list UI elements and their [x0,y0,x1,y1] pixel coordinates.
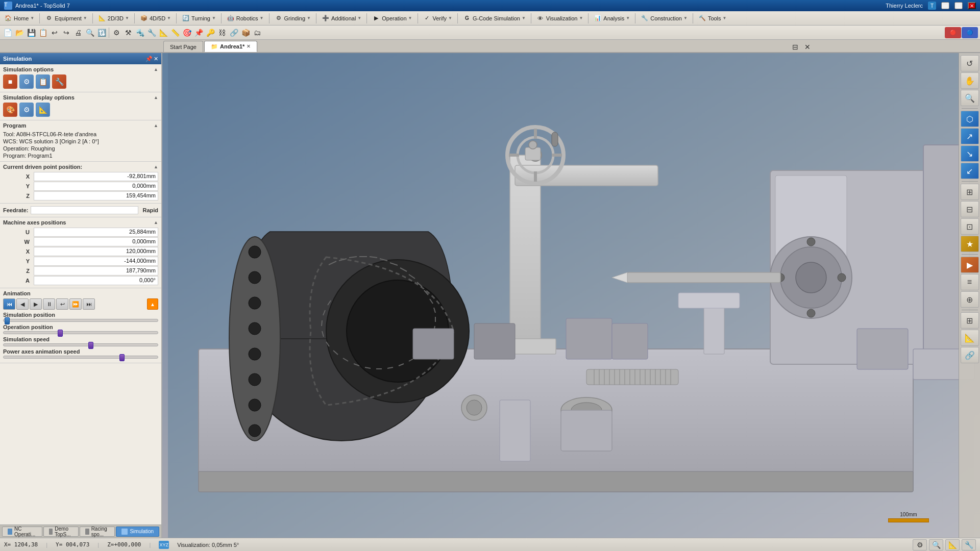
toolbar-btn-12[interactable]: 📦 [240,27,251,38]
toolbar-btn-2[interactable]: ⚒ [122,27,134,38]
anim-loop-button[interactable]: ↩ [56,298,68,310]
panel-close-button[interactable]: ✕ [154,56,158,62]
vp-btn-2[interactable]: ✋ [961,72,979,89]
vp-btn-7[interactable]: ↙ [961,163,979,179]
toolbar-btn-5[interactable]: 📐 [158,27,169,38]
anim-end-button[interactable]: ⏭ [83,298,95,310]
toolbar-btn-13[interactable]: 🗂 [252,27,263,38]
refresh-button[interactable]: 🔃 [96,27,107,38]
power-axes-speed-thumb[interactable] [119,354,125,361]
toolbar-btn-4[interactable]: 🔧 [146,27,157,38]
simulation-position-thumb[interactable] [5,317,10,324]
vp-btn-8[interactable]: ⊞ [961,184,979,200]
undo-button[interactable]: ↩ [49,27,60,38]
tab-close-icon[interactable]: ✕ [247,44,251,49]
anim-flag-button[interactable]: ▲ [147,298,158,310]
menu-robotics[interactable]: 🤖 Robotics ▼ [224,12,267,24]
menu-additional[interactable]: ➕ Additional ▼ [318,12,364,24]
open-button[interactable]: 📂 [14,27,25,38]
menu-2d3d[interactable]: 📐 2D/3D ▼ [95,12,132,24]
menu-tools[interactable]: 🔨 Tools ▼ [695,12,730,24]
menu-verify[interactable]: ✓ Verify ▼ [420,12,455,24]
vp-btn-5[interactable]: ↗ [961,128,979,144]
menu-gcode[interactable]: G G-Code Simulation ▼ [460,12,529,24]
vp-btn-11[interactable]: ★ [961,236,979,252]
anim-rewind-button[interactable]: ⏮ [3,298,15,310]
properties-button[interactable]: 🔍 [84,27,95,38]
display-icon-2[interactable]: ⚙ [19,103,34,117]
menu-analysis[interactable]: 📊 Analysis ▼ [591,12,633,24]
simulation-speed-track[interactable] [3,343,158,346]
vp-btn-10[interactable]: ⊡ [961,218,979,235]
operation-position-track[interactable] [3,331,158,334]
menu-operation[interactable]: ▶ Operation ▼ [369,12,415,24]
tab-simulation[interactable]: Simulation [116,527,159,537]
minimize-button[interactable]: ─ [941,2,949,9]
sim-icon-1[interactable]: ⚙ [19,74,34,89]
special-btn-2[interactable]: 🔵 [962,27,978,38]
tab-demo-tops[interactable]: Demo TopS... [43,527,79,537]
close-button[interactable]: ✕ [968,2,976,9]
vp-btn-3[interactable]: 🔍 [961,90,979,106]
anim-pause-button[interactable]: ⏸ [43,298,55,310]
anim-play-button[interactable]: ▶ [30,298,42,310]
vp-btn-6[interactable]: ↘ [961,145,979,162]
new-button[interactable]: 📄 [2,27,13,38]
operation-position-thumb[interactable] [58,330,63,337]
collapse-display-button[interactable]: ▲ [154,95,158,100]
menu-turning[interactable]: 🔄 Turning ▼ [179,12,219,24]
menu-4d5d[interactable]: 📦 4D/5D ▼ [137,12,174,24]
redo-button[interactable]: ↪ [61,27,72,38]
vp-btn-12[interactable]: ▶ [961,257,979,273]
menu-visualization[interactable]: 👁 Visualization ▼ [533,12,586,24]
maximize-button[interactable]: □ [954,2,963,9]
anim-stepback-button[interactable]: ◀ [16,298,29,310]
power-axes-speed-track[interactable] [3,356,158,359]
special-btn-1[interactable]: 🔴 [945,27,961,38]
menu-home[interactable]: 🏠 Home ▼ [1,12,37,24]
save-button[interactable]: 💾 [26,27,37,38]
statusbar-btn-4[interactable]: 🔧 [962,539,976,550]
menu-grinding[interactable]: ⚙ Grinding ▼ [272,12,314,24]
toolbar-btn-3[interactable]: 🔩 [134,27,145,38]
statusbar-btn-3[interactable]: 📐 [945,539,960,550]
toolbar-btn-10[interactable]: ⛓ [216,27,228,38]
menu-equipment[interactable]: ⚙ Equipment ▼ [42,12,90,24]
panel-pin-button[interactable]: 📌 [145,56,153,62]
toolbar-btn-8[interactable]: 📌 [193,27,204,38]
anim-fastforward-button[interactable]: ⏩ [69,298,82,310]
vp-btn-9[interactable]: ⊟ [961,201,979,217]
toolbar-btn-9[interactable]: 🔑 [205,27,216,38]
save-as-button[interactable]: 📋 [37,27,48,38]
toolbar-btn-11[interactable]: 🔗 [228,27,239,38]
panel-close-btn[interactable]: ✕ [802,42,813,52]
panel-scroll-area[interactable]: Simulation options ▲ ■ ⚙ 📋 🔧 Simulation … [0,64,161,538]
statusbar-btn-2[interactable]: 🔍 [929,539,943,550]
display-icon-3[interactable]: 📐 [36,103,50,117]
sim-icon-stop[interactable]: ■ [3,74,17,89]
vp-btn-15[interactable]: ⊞ [961,312,979,329]
print-button[interactable]: 🖨 [72,27,84,38]
tab-start-page[interactable]: Start Page [163,41,203,52]
collapse-program-button[interactable]: ▲ [154,123,158,128]
tab-nc-operations[interactable]: NC Operati... [2,527,42,537]
vp-btn-4[interactable]: ⬡ [961,111,979,127]
collapse-axes-button[interactable]: ▲ [154,220,158,225]
vp-btn-14[interactable]: ⊕ [961,291,979,308]
vp-btn-1[interactable]: ↺ [961,55,979,71]
panel-toggle-btn[interactable]: ⊟ [790,42,800,52]
tab-andrea1[interactable]: 📁 Andrea1* ✕ [204,41,257,52]
display-icon-1[interactable]: 🎨 [3,103,17,117]
sim-icon-3[interactable]: 🔧 [52,74,66,89]
sim-icon-2[interactable]: 📋 [36,74,50,89]
vp-btn-16[interactable]: 📐 [961,330,979,346]
simulation-speed-thumb[interactable] [88,342,93,349]
vp-btn-17[interactable]: 🔗 [961,347,979,363]
collapse-driven-button[interactable]: ▲ [154,164,158,169]
toolbar-btn-1[interactable]: ⚙ [111,27,122,38]
tab-racing-spo[interactable]: Racing spo... [80,527,115,537]
toolbar-btn-6[interactable]: 📏 [169,27,181,38]
vp-btn-13[interactable]: ≡ [961,274,979,290]
menu-construction[interactable]: 🔧 Construction ▼ [638,12,691,24]
collapse-options-button[interactable]: ▲ [154,67,158,72]
